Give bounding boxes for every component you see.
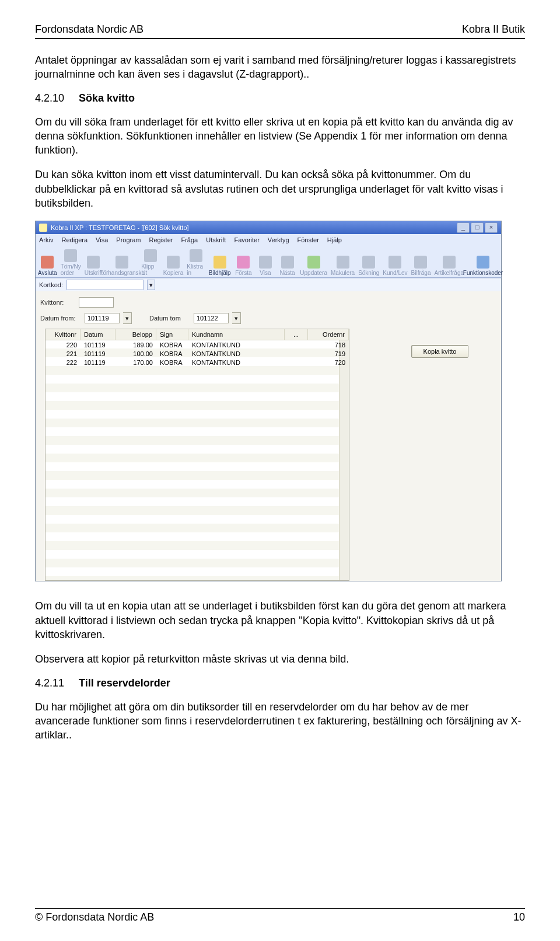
tb-klippa[interactable]: Klipp Ut [141, 249, 160, 276]
tb-kundlev[interactable]: Kund/Lev [383, 256, 407, 276]
section-number: 4.2.10 [35, 92, 76, 104]
paragraph-2: Om du vill söka fram underlaget för ett … [35, 115, 525, 158]
datum-tom-input[interactable] [194, 313, 229, 323]
titlebar[interactable]: Kobra II XP : TESTFÖRETAG - [[602] Sök k… [36, 221, 501, 234]
kortkod-input[interactable] [66, 280, 144, 290]
tb-visa[interactable]: Visa [256, 256, 275, 276]
footer-left: © Fordonsdata Nordic AB [35, 911, 154, 923]
list-scrollbar[interactable]: ▲ [339, 329, 349, 580]
tb-artikel[interactable]: Artikelfråga [434, 256, 464, 276]
col-kvittonr[interactable]: Kvittonr [46, 329, 80, 340]
col-belopp[interactable]: Belopp [116, 329, 156, 340]
table-row[interactable]: 222 101119 170.00 KOBRA KONTANTKUND 720 [46, 358, 349, 367]
tb-sokning[interactable]: Sökning [358, 256, 379, 276]
paragraph-5: Observera att kopior på returkvitton mås… [35, 652, 525, 666]
datum-tom-picker-icon[interactable]: ▾ [232, 312, 241, 324]
paragraph-4: Om du vill ta ut en kopia utan att se un… [35, 599, 525, 642]
tb-klistra[interactable]: Klistra in [187, 249, 205, 276]
menubar: Arkiv Redigera Visa Program Register Frå… [36, 234, 501, 246]
kortkod-label: Kortkod: [39, 281, 63, 288]
section-4-2-10: 4.2.10 Söka kvitto [35, 92, 525, 104]
app-window: Kobra II XP : TESTFÖRETAG - [[602] Sök k… [35, 221, 502, 581]
datum-from-picker-icon[interactable]: ▾ [123, 312, 132, 324]
datum-from-input[interactable] [85, 313, 120, 323]
paragraph-6: Du har möjlighet att göra om din butikso… [35, 700, 525, 743]
menu-arkiv[interactable]: Arkiv [39, 236, 53, 243]
menu-redigera[interactable]: Redigera [61, 236, 88, 243]
menu-visa[interactable]: Visa [96, 236, 108, 243]
minimize-button[interactable]: _ [457, 222, 470, 233]
paragraph-1: Antalet öppningar av kassalådan som ej v… [35, 53, 525, 82]
header-rule [35, 38, 525, 39]
kortkod-row: Kortkod: ▾ [36, 278, 501, 291]
tb-kopiera[interactable]: Kopiera [163, 256, 183, 276]
col-ellipsis[interactable]: ... [285, 329, 308, 340]
tb-makulera[interactable]: Makulera [331, 256, 355, 276]
app-icon [39, 224, 47, 232]
menu-fraga[interactable]: Fråga [181, 236, 198, 243]
menu-program[interactable]: Program [116, 236, 141, 243]
section-number: 4.2.11 [35, 677, 76, 689]
kvitto-listview[interactable]: Kvittonr Datum Belopp Sign Kundnamn ... … [45, 329, 349, 581]
paragraph-3: Du kan söka kvitton inom ett visst datum… [35, 168, 525, 210]
tb-bildhjalp[interactable]: Bildhjälp [209, 256, 231, 276]
menu-register[interactable]: Register [149, 236, 173, 243]
tb-forhand[interactable]: Förhandsgranska [106, 256, 138, 276]
kvittonr-input[interactable] [79, 297, 114, 308]
col-sign[interactable]: Sign [156, 329, 188, 340]
toolbar: Avsluta Töm/Ny order Utskrift Förhandsgr… [36, 246, 501, 278]
col-ordernr[interactable]: Ordernr [308, 329, 349, 340]
window-title: Kobra II XP : TESTFÖRETAG - [[602] Sök k… [51, 224, 189, 231]
section-4-2-11: 4.2.11 Till reservdelorder [35, 677, 525, 689]
menu-hjalp[interactable]: Hjälp [327, 236, 342, 243]
tb-tom[interactable]: Töm/Ny order [61, 249, 81, 276]
section-title: Söka kvitto [79, 92, 135, 104]
table-row[interactable]: 220 101119 189.00 KOBRA KONTANTKUND 718 [46, 340, 349, 349]
table-row[interactable]: 221 101119 100.00 KOBRA KONTANTKUND 719 [46, 349, 349, 358]
maximize-button[interactable]: □ [471, 222, 484, 233]
header-right: Kobra II Butik [462, 23, 525, 36]
tb-nasta[interactable]: Nästa [278, 256, 297, 276]
datum-from-label: Datum from: [40, 315, 81, 322]
menu-favoriter[interactable]: Favoriter [234, 236, 259, 243]
kvittonr-label: Kvittonr: [40, 299, 75, 306]
tb-funktion[interactable]: Funktionskoder [467, 256, 499, 276]
section-title: Till reservdelorder [79, 677, 170, 689]
menu-verktyg[interactable]: Verktyg [268, 236, 289, 243]
close-button[interactable]: × [485, 222, 498, 233]
tb-avsluta[interactable]: Avsluta [38, 256, 57, 276]
menu-fonster[interactable]: Fönster [298, 236, 319, 243]
footer-page-number: 10 [513, 911, 525, 923]
col-datum[interactable]: Datum [80, 329, 116, 340]
kortkod-dropdown-icon[interactable]: ▾ [147, 280, 155, 290]
tb-bilfraga[interactable]: Bilfråga [411, 256, 431, 276]
tb-uppdatera[interactable]: Uppdatera [300, 256, 327, 276]
datum-tom-label: Datum tom [149, 315, 190, 322]
search-form: Kvittonr: Datum from: ▾ Datum tom ▾ Kvit… [36, 291, 501, 581]
header-left: Fordonsdata Nordic AB [35, 23, 144, 36]
menu-utskrift[interactable]: Utskrift [206, 236, 226, 243]
kopia-kvitto-button[interactable]: Kopia kvitto [411, 345, 468, 358]
col-kundnamn[interactable]: Kundnamn [188, 329, 285, 340]
tb-forsta[interactable]: Första [235, 256, 253, 276]
